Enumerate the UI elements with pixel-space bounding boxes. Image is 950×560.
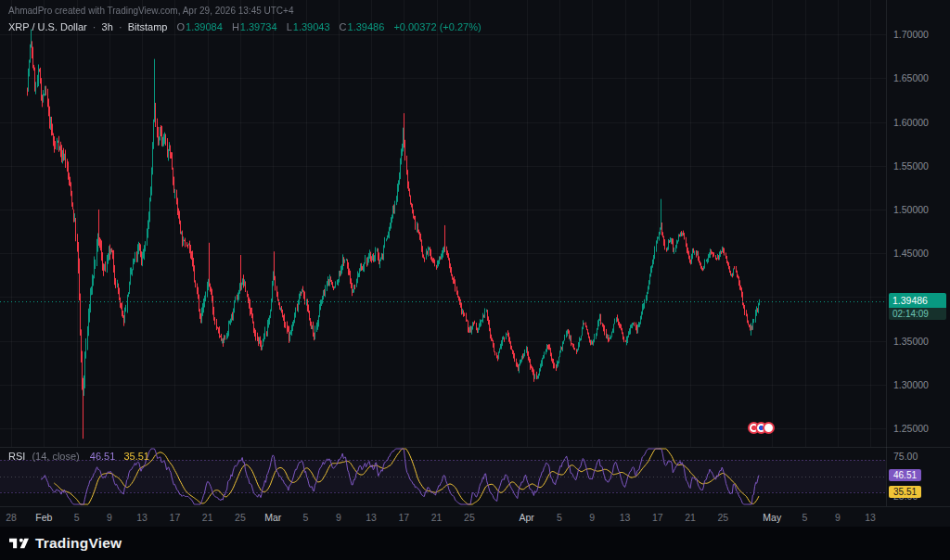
rsi-params: (14, close) — [32, 451, 79, 462]
rsi-ma-current-value: 35.51 — [123, 451, 149, 462]
rsi-legend[interactable]: RSI (14, close) 46.51 35.51 — [8, 451, 149, 462]
price-axis-label: 1.65000 — [893, 72, 929, 83]
time-axis[interactable]: 28Feb5913172125Mar5913172125Apr591317212… — [0, 506, 950, 527]
time-axis-label: 25 — [717, 512, 728, 523]
time-axis-label: 21 — [431, 512, 443, 523]
time-axis-label: 21 — [685, 512, 696, 523]
legend-separator: · — [90, 21, 99, 32]
last-price-badge: 1.39486 02:14:09 — [889, 293, 946, 320]
tradingview-chart-window: AhmadPro created with TradingView.com, A… — [0, 0, 950, 560]
time-axis-label: 9 — [835, 512, 841, 523]
time-axis-label: 5 — [557, 512, 562, 523]
interval-label[interactable]: 3h — [102, 21, 113, 32]
price-axis-label: 1.25000 — [893, 423, 929, 434]
time-axis-label: 5 — [303, 512, 309, 523]
symbol-legend[interactable]: XRP / U.S. Dollar · 3h · Bitstamp O1.390… — [8, 21, 481, 32]
time-axis-label: Feb — [35, 512, 52, 523]
time-axis-label: 17 — [170, 512, 181, 523]
rsi-ma-value-badge: 35.51 — [889, 486, 921, 498]
pane-separator[interactable] — [0, 447, 950, 448]
symbol-title[interactable]: XRP / U.S. Dollar — [8, 21, 87, 32]
price-axis-label: 1.55000 — [893, 160, 929, 172]
price-chart-canvas[interactable] — [0, 0, 886, 447]
rsi-title[interactable]: RSI — [8, 451, 25, 462]
time-axis-label: 9 — [589, 512, 595, 523]
close-value: 1.39486 — [348, 21, 385, 32]
price-axis[interactable]: 1.39486 02:14:09 46.51 35.51 1.700001.65… — [886, 0, 950, 506]
time-axis-label: 25 — [464, 512, 475, 523]
time-axis-label: 17 — [652, 512, 663, 523]
emoji-sticker-icon[interactable] — [763, 422, 775, 434]
rsi-value-badge: 46.51 — [889, 469, 921, 481]
time-axis-label: 9 — [336, 512, 341, 523]
low-value: 1.39043 — [293, 21, 330, 32]
price-axis-label: 1.70000 — [893, 29, 929, 40]
price-axis-label: 1.60000 — [893, 117, 929, 128]
time-axis-label: 5 — [802, 512, 808, 523]
emoji-stickers[interactable] — [748, 422, 775, 434]
time-axis-label: 13 — [620, 512, 631, 523]
legend-separator: · — [116, 21, 125, 32]
footer-bar: TradingView — [0, 527, 950, 560]
time-axis-label: 13 — [136, 512, 148, 523]
last-price-value: 1.39486 — [889, 293, 946, 308]
time-axis-label: 25 — [235, 512, 246, 523]
price-axis-label: 1.45000 — [893, 248, 929, 259]
tradingview-logo-icon[interactable] — [9, 536, 29, 552]
time-axis-label: 13 — [865, 512, 876, 523]
tradingview-brand-text[interactable]: TradingView — [35, 535, 122, 552]
time-axis-label: 28 — [6, 512, 17, 523]
low-label: L — [287, 21, 292, 32]
open-label: O — [176, 21, 185, 32]
change-value: +0.00372 (+0.27%) — [393, 21, 481, 32]
bar-countdown: 02:14:09 — [889, 308, 946, 320]
time-axis-label: May — [763, 512, 781, 523]
rsi-current-value: 46.51 — [90, 451, 116, 462]
price-axis-label: 1.50000 — [893, 204, 929, 215]
open-value: 1.39084 — [186, 21, 223, 32]
close-label: C — [340, 21, 347, 32]
price-axis-label: 1.30000 — [893, 379, 929, 390]
exchange-label[interactable]: Bitstamp — [128, 21, 168, 32]
time-axis-label: Mar — [264, 512, 281, 523]
price-axis-label: 1.35000 — [893, 336, 929, 347]
high-label: H — [232, 21, 239, 32]
time-axis-label: 17 — [399, 512, 410, 523]
watermark-text: AhmadPro created with TradingView.com, A… — [8, 6, 294, 16]
high-value: 1.39734 — [240, 21, 277, 32]
time-axis-label: 21 — [202, 512, 213, 523]
time-axis-label: 5 — [74, 512, 80, 523]
time-axis-label: 13 — [366, 512, 377, 523]
time-axis-label: Apr — [519, 512, 533, 523]
rsi-axis-label: 75.00 — [893, 451, 918, 462]
time-axis-label: 9 — [107, 512, 112, 523]
